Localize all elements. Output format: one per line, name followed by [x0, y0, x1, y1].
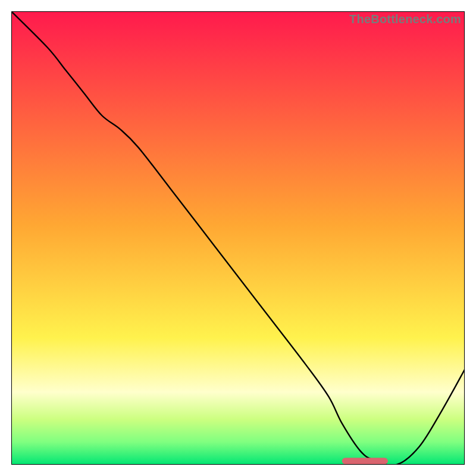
- gradient-background: [11, 11, 465, 465]
- svg-rect-0: [11, 11, 465, 465]
- attribution-label: TheBottleneck.com: [349, 12, 461, 26]
- chart-stage: TheBottleneck.com: [0, 0, 476, 476]
- plot-area: TheBottleneck.com: [11, 11, 465, 465]
